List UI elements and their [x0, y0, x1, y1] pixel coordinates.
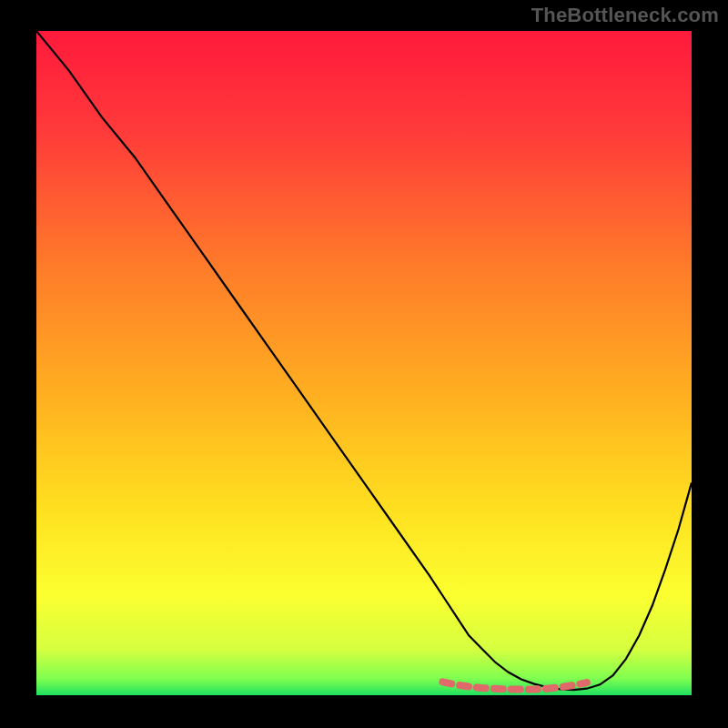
bottleneck-chart	[36, 31, 692, 695]
plot-area	[36, 31, 692, 695]
chart-container: TheBottleneck.com	[0, 0, 728, 728]
gradient-background	[36, 31, 692, 695]
watermark-text: TheBottleneck.com	[531, 4, 719, 27]
